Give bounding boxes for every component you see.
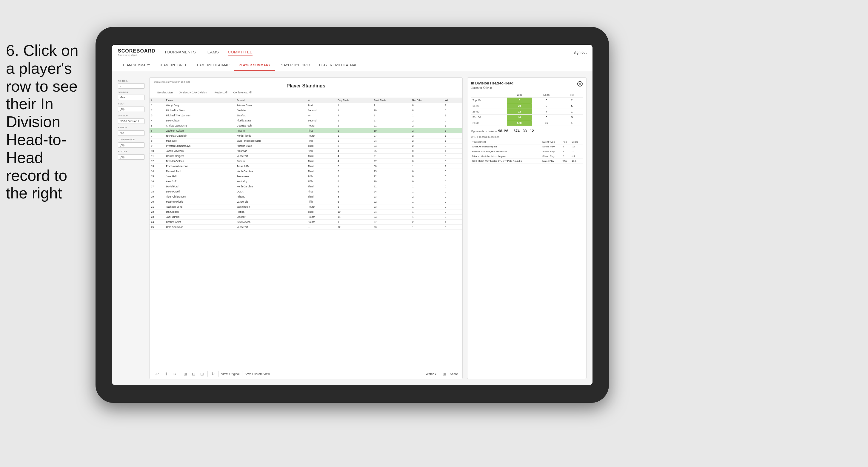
sub-nav-team-h2h-heatmap[interactable]: TEAM H2H HEATMAP <box>190 60 234 71</box>
table-row[interactable]: 16 Alex Goff Kentucky Fifth 8 19 0 0 <box>150 179 462 184</box>
cell-num: 13 <box>150 164 164 169</box>
cell-rds: 0 <box>411 159 443 164</box>
cell-reg: 3 <box>336 144 372 149</box>
tour-score: -17 <box>570 145 583 149</box>
cell-player: Jackson Koivun <box>164 128 235 133</box>
cell-rds: 2 <box>411 123 443 128</box>
toolbar-refresh[interactable]: ↻ <box>210 371 216 377</box>
toolbar-share-icon[interactable]: ⊞ <box>441 371 447 377</box>
watch-btn[interactable]: Watch ▾ <box>426 372 437 376</box>
table-row[interactable]: 4 Luke Claton Florida State Second 1 27 … <box>150 118 462 123</box>
tour-col-type: Event Type <box>541 139 561 145</box>
table-row[interactable]: 12 Brendan Valdes Auburn Third 4 27 0 0 <box>150 159 462 164</box>
table-row[interactable]: 9 Preston Summerhays Arizona State Third… <box>150 144 462 149</box>
table-row[interactable]: 1 Wenyi Ding Arizona State First 1 1 8 1 <box>150 103 462 108</box>
sub-nav-team-h2h-grid[interactable]: TEAM H2H GRID <box>155 60 190 71</box>
col-player: Player <box>164 98 235 103</box>
cell-player: Phichaksn Maichon <box>164 164 235 169</box>
sub-nav-player-summary[interactable]: PLAYER SUMMARY <box>234 60 275 71</box>
player-select[interactable]: (All) <box>118 154 145 160</box>
tour-pos: 2 <box>561 154 571 159</box>
logo-scoreboard: SCOREBOARD <box>118 48 156 54</box>
h2h-loss: 3 <box>532 98 561 103</box>
cell-school: Florida State <box>235 118 307 123</box>
tournament-table: Tournament Event Type Pos Score Amer Ari… <box>471 139 583 163</box>
cell-win: 0 <box>443 194 462 199</box>
nav-tournaments[interactable]: TOURNAMENTS <box>164 49 196 56</box>
cell-school: Florida <box>235 210 307 215</box>
h2h-stats: Opponents in division: 98.1% 674 - 33 - … <box>471 129 583 133</box>
toolbar-more[interactable]: ⊞ <box>199 371 205 377</box>
undo-button[interactable]: ↩ <box>154 371 160 377</box>
close-h2h-button[interactable]: ✕ <box>577 81 583 87</box>
pause-button[interactable]: ⏸ <box>162 371 169 377</box>
table-row[interactable]: 14 Maxwell Ford North Carolina Third 3 2… <box>150 169 462 174</box>
table-row[interactable]: 5 Christo Lamprecht Georgia Tech Fourth … <box>150 123 462 128</box>
table-row[interactable]: 21 Taehoon Song Washington Fourth 6 23 1… <box>150 205 462 210</box>
cell-rds: 2 <box>411 118 443 123</box>
cell-win: 0 <box>443 174 462 179</box>
cell-school: Auburn <box>235 128 307 133</box>
conference-select[interactable]: (All) <box>118 142 145 148</box>
table-row[interactable]: 13 Phichaksn Maichon Texas A&M Third 6 3… <box>150 164 462 169</box>
table-row[interactable]: 24 Bastien Amat New Mexico Fourth 1 27 2… <box>150 220 462 225</box>
cell-win: 0 <box>443 108 462 113</box>
share-btn[interactable]: Share <box>450 372 458 376</box>
h2h-loss: 4 <box>532 109 561 115</box>
h2h-loss: 11 <box>532 120 561 126</box>
wlt-value: 674 - 33 - 12 <box>514 129 534 133</box>
cell-school: Missouri <box>235 215 307 220</box>
sub-nav-player-h2h-heatmap[interactable]: PLAYER H2H HEATMAP <box>315 60 362 71</box>
nav-committee[interactable]: COMMITTEE <box>228 49 253 56</box>
cell-win: 1 <box>443 133 462 138</box>
table-row[interactable]: 25 Cole Sherwood Vanderbilt — 12 23 1 0 <box>150 225 462 230</box>
logo-powered: Powered by clippi <box>118 54 156 56</box>
cell-win: 1 <box>443 128 462 133</box>
table-row[interactable]: 3 Michael Thorbjornsen Stanford — 2 8 1 … <box>150 113 462 118</box>
sub-nav-team-summary[interactable]: TEAM SUMMARY <box>118 60 155 71</box>
toolbar-filter[interactable]: ⊟ <box>191 371 197 377</box>
save-custom-btn[interactable]: Save Custom View <box>245 372 270 376</box>
h2h-win: 22 <box>507 109 532 115</box>
cell-num: 2 <box>150 108 164 113</box>
cell-win: 0 <box>443 179 462 184</box>
table-row[interactable]: 8 Mats Ege East Tennessee State Fifth 1 … <box>150 138 462 144</box>
table-row[interactable]: 2 Michael La Sasso Ole Miss Second 1 19 … <box>150 108 462 113</box>
cell-num: 5 <box>150 123 164 128</box>
year-select[interactable]: (All) <box>118 106 145 112</box>
cell-player: Matthew Riedel <box>164 199 235 205</box>
cell-player: David Ford <box>164 184 235 189</box>
sub-nav-player-h2h-grid[interactable]: PLAYER H2H GRID <box>275 60 315 71</box>
table-row[interactable]: 10 Jacob McVeaux Arkansas Fifth 4 25 0 1 <box>150 149 462 154</box>
cell-conf: 23 <box>372 194 411 199</box>
cell-num: 25 <box>150 225 164 230</box>
table-row[interactable]: 22 Ian Gilligan Florida Third 10 24 1 0 <box>150 210 462 215</box>
cell-num: 22 <box>150 210 164 215</box>
cell-school: Ole Miss <box>235 108 307 113</box>
view-original-btn[interactable]: View: Original <box>221 372 240 376</box>
cell-school: North Florida <box>235 133 307 138</box>
table-row[interactable]: 19 Tiger Christensen Arizona Third 8 23 … <box>150 194 462 199</box>
sign-out-button[interactable]: Sign out <box>574 51 587 55</box>
division-label: Division <box>118 114 145 117</box>
division-select[interactable]: NCAA Division I <box>118 119 145 124</box>
table-row[interactable]: 7 Nicholas Gabrelcik North Florida Fourt… <box>150 133 462 138</box>
nav-teams[interactable]: TEAMS <box>205 49 219 56</box>
cell-school: Stanford <box>235 113 307 118</box>
tour-score: -7 <box>570 149 583 154</box>
table-row[interactable]: 15 Jake Hall Tennessee Fifth 4 22 0 0 <box>150 174 462 179</box>
table-row[interactable]: 17 David Ford North Carolina Third 5 21 … <box>150 184 462 189</box>
table-row[interactable]: 18 Luke Powell UCLA First 6 24 1 0 <box>150 189 462 194</box>
table-row[interactable]: 11 Gordon Sargent Vanderbilt Third 4 21 … <box>150 154 462 159</box>
cell-yr: Fifth <box>306 138 336 144</box>
toolbar-copy[interactable]: ⊞ <box>182 371 188 377</box>
redo-button[interactable]: ↪ <box>171 371 177 377</box>
cell-conf: 27 <box>372 133 411 138</box>
cell-conf: 23 <box>372 169 411 174</box>
region-select[interactable]: N/A <box>118 130 145 136</box>
h2h-row: 51-100 46 6 3 <box>471 115 583 120</box>
table-row[interactable]: 23 Jack Lundin Missouri Fourth 11 24 1 0 <box>150 215 462 220</box>
table-row[interactable]: 20 Matthew Riedel Vanderbilt Fifth 6 22 … <box>150 199 462 205</box>
table-row[interactable]: 6 Jackson Koivun Auburn First 1 19 2 1 <box>150 128 462 133</box>
cell-num: 8 <box>150 138 164 144</box>
